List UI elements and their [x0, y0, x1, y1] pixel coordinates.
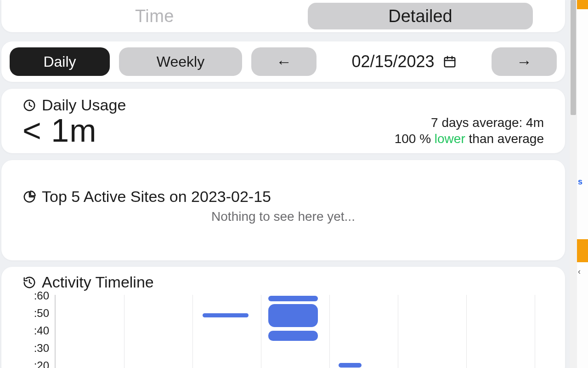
daily-usage-value: < 1m — [23, 112, 97, 149]
top-sites-title: Top 5 Active Sites on 2023-02-15 — [42, 188, 271, 206]
calendar-icon — [443, 55, 457, 69]
activity-timeline-title: Activity Timeline — [42, 273, 154, 291]
y-tick: :50 — [34, 307, 49, 320]
pie-chart-icon — [23, 190, 36, 204]
vertical-scrollbar[interactable] — [570, 0, 577, 368]
history-icon — [23, 276, 36, 289]
cmp-prefix: 100 % — [395, 132, 435, 146]
daily-usage-card: Daily Usage < 1m 7 days average: 4m 100 … — [1, 89, 565, 153]
activity-segment — [268, 296, 318, 301]
y-tick: :30 — [34, 342, 49, 355]
scrollbar-thumb[interactable] — [571, 0, 576, 115]
date-picker[interactable]: 02/15/2023 — [326, 52, 482, 71]
activity-timeline-card: Activity Timeline :60 :50 :40 :30 :20 — [1, 267, 565, 368]
activity-timeline-chart: :60 :50 :40 :30 :20 — [23, 294, 544, 368]
view-tabs-bar: Time Detailed — [1, 0, 565, 32]
app-viewport: Time Detailed Daily Weekly ← 02/15/2023 … — [0, 0, 570, 368]
y-tick: :60 — [34, 289, 49, 302]
y-tick: :20 — [34, 359, 49, 368]
y-tick: :40 — [34, 324, 49, 337]
top-sites-empty-text: Nothing to see here yet... — [23, 209, 544, 224]
top-sites-card: Top 5 Active Sites on 2023-02-15 Nothing… — [1, 160, 565, 260]
cmp-suffix: than average — [465, 132, 544, 146]
cmp-word: lower — [435, 132, 465, 146]
seven-day-average-text: 7 days average: 4m — [395, 115, 544, 131]
granularity-daily-button[interactable]: Daily — [10, 47, 110, 76]
activity-segment — [268, 331, 318, 341]
next-day-button[interactable]: → — [492, 47, 557, 76]
prev-day-button[interactable]: ← — [251, 47, 317, 76]
edit-icon[interactable] — [511, 6, 528, 24]
granularity-weekly-button[interactable]: Weekly — [119, 47, 242, 76]
current-date-text: 02/15/2023 — [351, 52, 434, 71]
svg-rect-1 — [444, 58, 455, 67]
activity-segment — [339, 363, 362, 368]
adjacent-window-strip: s ‹ — [577, 0, 588, 368]
date-range-bar: Daily Weekly ← 02/15/2023 → — [1, 41, 565, 82]
tab-detailed[interactable]: Detailed — [308, 3, 533, 29]
plot-area — [55, 295, 544, 368]
daily-usage-title: Daily Usage — [42, 96, 126, 114]
tab-time[interactable]: Time — [1, 6, 308, 26]
daily-usage-comparison: 7 days average: 4m 100 % lower than aver… — [395, 115, 544, 147]
activity-segment — [203, 313, 249, 317]
activity-segment — [268, 304, 318, 327]
clock-icon — [23, 98, 36, 112]
